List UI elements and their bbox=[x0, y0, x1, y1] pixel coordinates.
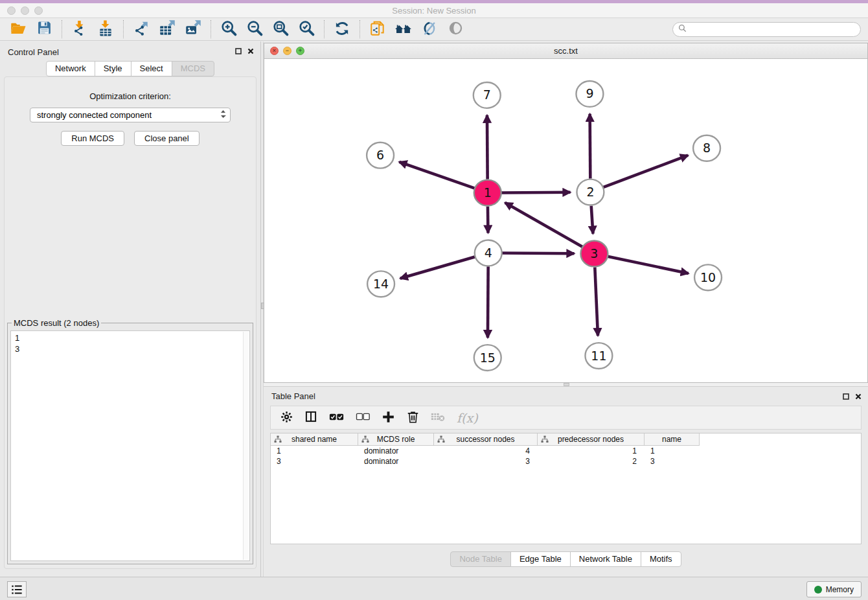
run-mcds-button[interactable]: Run MCDS bbox=[61, 131, 124, 146]
edge-3-11[interactable] bbox=[595, 267, 598, 336]
table-cell[interactable]: 1 bbox=[645, 446, 700, 456]
delete-icon bbox=[407, 410, 419, 426]
node-3[interactable]: 3 bbox=[580, 240, 608, 266]
first-neighbors-button[interactable] bbox=[391, 19, 417, 40]
search-icon bbox=[678, 23, 687, 35]
table-cell[interactable]: dominator bbox=[358, 456, 434, 467]
column-header-MCDS-role[interactable]: MCDS role bbox=[358, 433, 434, 445]
tab-network[interactable]: Network bbox=[46, 61, 95, 76]
table-cell[interactable]: 4 bbox=[434, 446, 538, 456]
search-box[interactable] bbox=[672, 22, 861, 37]
column-header-name[interactable]: name bbox=[645, 433, 700, 445]
table-cell[interactable]: 1 bbox=[538, 446, 645, 456]
save-session-button[interactable] bbox=[31, 19, 57, 40]
search-input[interactable] bbox=[690, 25, 855, 34]
tab-select[interactable]: Select bbox=[131, 61, 172, 76]
float-panel-icon[interactable] bbox=[843, 392, 849, 402]
edge-1-6[interactable] bbox=[399, 162, 475, 189]
node-8[interactable]: 8 bbox=[693, 135, 720, 161]
close-panel-icon[interactable] bbox=[855, 392, 862, 402]
delete-table-button[interactable] bbox=[431, 411, 445, 424]
zoom-selected-button[interactable] bbox=[293, 19, 319, 40]
tab-node-table[interactable]: Node Table bbox=[450, 551, 511, 567]
table-row[interactable]: 1dominator411 bbox=[271, 446, 861, 456]
mcds-result-text[interactable]: 13 bbox=[10, 330, 250, 561]
refresh-button[interactable] bbox=[329, 19, 355, 40]
tab-network-table[interactable]: Network Table bbox=[570, 551, 641, 567]
hide-selected-button[interactable] bbox=[417, 19, 442, 40]
column-header-successor-nodes[interactable]: successor nodes bbox=[434, 433, 538, 445]
deselect-all-button[interactable] bbox=[356, 412, 370, 423]
export-image-icon bbox=[185, 19, 202, 39]
node-14[interactable]: 14 bbox=[367, 271, 394, 297]
app-window: Session: New Session Control Panel Netwo… bbox=[0, 0, 868, 600]
edge-2-9[interactable] bbox=[590, 114, 591, 179]
edge-1-7[interactable] bbox=[487, 115, 488, 179]
export-table-button[interactable] bbox=[154, 19, 180, 40]
table-cell[interactable]: 3 bbox=[645, 456, 700, 467]
export-image-button[interactable] bbox=[180, 19, 206, 40]
function-button[interactable]: f(x) bbox=[457, 411, 478, 425]
edge-2-8[interactable] bbox=[603, 156, 688, 188]
table-cell[interactable]: 1 bbox=[271, 446, 358, 456]
table-header-row: shared nameMCDS rolesuccessor nodesprede… bbox=[271, 433, 700, 446]
delete-button[interactable] bbox=[407, 410, 419, 426]
export-network-button[interactable] bbox=[128, 19, 154, 40]
settings-button[interactable] bbox=[280, 411, 293, 425]
node-label: 9 bbox=[586, 86, 593, 100]
table-cell[interactable]: dominator bbox=[358, 446, 434, 456]
duplicate-network-button[interactable] bbox=[365, 19, 391, 40]
float-panel-icon[interactable] bbox=[235, 47, 242, 56]
node-11[interactable]: 11 bbox=[585, 343, 612, 369]
zoom-out-button[interactable] bbox=[242, 19, 268, 40]
node-15[interactable]: 15 bbox=[474, 345, 501, 371]
node-1[interactable]: 1 bbox=[474, 180, 501, 206]
edge-4-14[interactable] bbox=[400, 257, 475, 279]
result-scrollbar[interactable] bbox=[243, 332, 249, 560]
task-history-button[interactable] bbox=[7, 581, 27, 597]
edge-4-3[interactable] bbox=[502, 253, 575, 253]
select-all-button[interactable] bbox=[329, 412, 344, 424]
add-button[interactable] bbox=[382, 410, 395, 426]
table-cell[interactable]: 3 bbox=[434, 456, 538, 467]
zoom-fit-button[interactable] bbox=[268, 19, 293, 40]
tab-style[interactable]: Style bbox=[95, 61, 131, 76]
tab-motifs[interactable]: Motifs bbox=[641, 551, 681, 567]
edge-3-10[interactable] bbox=[608, 257, 689, 273]
edge-4-15[interactable] bbox=[488, 266, 488, 338]
table-row[interactable]: 3dominator323 bbox=[271, 456, 861, 467]
edge-2-3[interactable] bbox=[591, 206, 593, 234]
import-network-button[interactable] bbox=[67, 19, 93, 40]
table-cell[interactable]: 2 bbox=[538, 456, 645, 467]
node-4[interactable]: 4 bbox=[475, 240, 502, 266]
node-9[interactable]: 9 bbox=[576, 81, 603, 107]
network-graph[interactable]: 7968124314101511 bbox=[264, 59, 867, 382]
column-header-shared-name[interactable]: shared name bbox=[271, 433, 358, 445]
node-6[interactable]: 6 bbox=[367, 143, 394, 168]
close-panel-icon[interactable] bbox=[247, 47, 254, 56]
show-hidden-button[interactable] bbox=[442, 19, 468, 40]
mcds-panel: Optimization criterion: strongly connect… bbox=[4, 76, 257, 569]
node-2[interactable]: 2 bbox=[577, 179, 604, 205]
table-cell[interactable]: 3 bbox=[271, 456, 358, 467]
node-7[interactable]: 7 bbox=[474, 82, 501, 108]
function-icon: f(x) bbox=[457, 411, 478, 425]
criterion-value: strongly connected component bbox=[37, 110, 220, 120]
toolbar-separator bbox=[123, 20, 124, 38]
memory-button[interactable]: Memory bbox=[806, 581, 862, 597]
open-session-button[interactable] bbox=[5, 19, 31, 40]
close-panel-button[interactable]: Close panel bbox=[134, 131, 200, 146]
criterion-select[interactable]: strongly connected component bbox=[30, 108, 231, 122]
edge-3-1[interactable] bbox=[505, 203, 583, 247]
edge-1-2[interactable] bbox=[501, 192, 571, 193]
delete-table-icon bbox=[431, 411, 445, 424]
zoom-in-button[interactable] bbox=[216, 19, 242, 40]
column-header-predecessor-nodes[interactable]: predecessor nodes bbox=[538, 433, 645, 445]
network-canvas[interactable]: 7968124314101511 bbox=[264, 59, 867, 382]
node-10[interactable]: 10 bbox=[694, 264, 722, 290]
tab-mcds[interactable]: MCDS bbox=[172, 61, 214, 76]
import-table-button[interactable] bbox=[93, 19, 119, 40]
toolbar-separator bbox=[360, 20, 360, 38]
columns-button[interactable] bbox=[304, 410, 317, 425]
tab-edge-table[interactable]: Edge Table bbox=[510, 551, 571, 567]
